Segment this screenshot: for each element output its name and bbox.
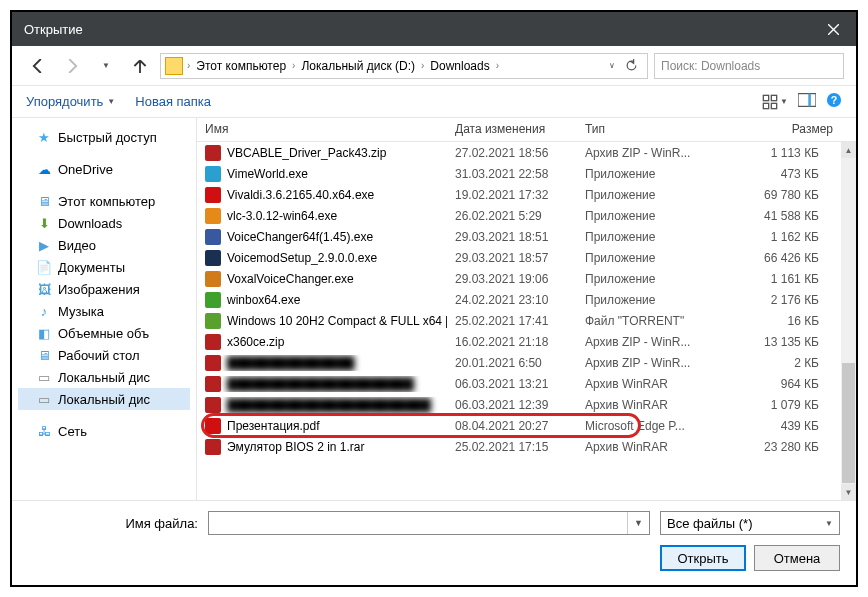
filename-dropdown[interactable]: ▼ <box>627 512 649 534</box>
star-icon: ★ <box>36 129 52 145</box>
pc-icon: 🖥 <box>36 193 52 209</box>
preview-icon <box>798 93 816 107</box>
file-name: VimeWorld.exe <box>227 167 308 181</box>
address-dropdown[interactable]: ∨ <box>609 61 615 70</box>
close-button[interactable] <box>810 12 856 46</box>
file-type: Приложение <box>577 167 727 181</box>
new-folder-button[interactable]: Новая папка <box>135 94 211 109</box>
content-pane: ★Быстрый доступ ☁OneDrive 🖥Этот компьюте… <box>12 118 856 500</box>
close-icon <box>828 24 839 35</box>
file-row[interactable]: vlc-3.0.12-win64.exe26.02.2021 5:29Прило… <box>197 205 841 226</box>
document-icon: 📄 <box>36 259 52 275</box>
breadcrumb[interactable]: Downloads <box>428 59 491 73</box>
scroll-up-button[interactable]: ▲ <box>841 142 856 158</box>
desktop-icon: 🖥 <box>36 347 52 363</box>
arrow-left-icon <box>31 59 45 73</box>
tree-video[interactable]: ▶Видео <box>18 234 190 256</box>
tree-onedrive[interactable]: ☁OneDrive <box>18 158 190 180</box>
search-placeholder: Поиск: Downloads <box>661 59 760 73</box>
file-type: Приложение <box>577 188 727 202</box>
recent-dropdown[interactable]: ▼ <box>92 52 120 80</box>
file-row[interactable]: Windows 10 20H2 Compact & FULL x64 [...2… <box>197 310 841 331</box>
file-size: 13 135 КБ <box>727 335 841 349</box>
file-name: Презентация.pdf <box>227 419 320 433</box>
help-button[interactable]: ? <box>826 92 842 111</box>
nav-tree[interactable]: ★Быстрый доступ ☁OneDrive 🖥Этот компьюте… <box>12 118 197 500</box>
organize-menu[interactable]: Упорядочить ▼ <box>26 94 115 109</box>
address-bar[interactable]: › Этот компьютер › Локальный диск (D:) ›… <box>160 53 648 79</box>
cancel-button[interactable]: Отмена <box>754 545 840 571</box>
file-row[interactable]: VoxalVoiceChanger.exe29.03.2021 19:06При… <box>197 268 841 289</box>
tree-downloads[interactable]: ⬇Downloads <box>18 212 190 234</box>
file-row[interactable]: VoicemodSetup_2.9.0.0.exe29.03.2021 18:5… <box>197 247 841 268</box>
tree-3d[interactable]: ◧Объемные объ <box>18 322 190 344</box>
file-size: 964 КБ <box>727 377 841 391</box>
file-name: Vivaldi.3.6.2165.40.x64.exe <box>227 188 374 202</box>
col-date[interactable]: Дата изменения <box>447 118 577 141</box>
file-row[interactable]: VBCABLE_Driver_Pack43.zip27.02.2021 18:5… <box>197 142 841 163</box>
file-name: winbox64.exe <box>227 293 300 307</box>
file-date: 08.04.2021 20:27 <box>447 419 577 433</box>
breadcrumb[interactable]: Этот компьютер <box>194 59 288 73</box>
file-type: Архив ZIP - WinR... <box>577 335 727 349</box>
file-name: VoicemodSetup_2.9.0.0.exe <box>227 251 377 265</box>
filename-field[interactable] <box>209 512 627 534</box>
scrollbar[interactable]: ▲ ▼ <box>841 142 856 500</box>
col-name[interactable]: Имя <box>197 118 447 141</box>
file-type: Приложение <box>577 209 727 223</box>
file-date: 29.03.2021 19:06 <box>447 272 577 286</box>
tree-disk-c[interactable]: ▭Локальный дис <box>18 366 190 388</box>
dialog-window: Открытие ▼ › Этот компьютер › Локальный … <box>10 10 858 587</box>
tree-images[interactable]: 🖼Изображения <box>18 278 190 300</box>
file-row[interactable]: ████████████████████████06.03.2021 12:39… <box>197 394 841 415</box>
file-row[interactable]: ███████████████20.01.2021 6:50Архив ZIP … <box>197 352 841 373</box>
file-name: VoiceChanger64f(1.45).exe <box>227 230 373 244</box>
col-type[interactable]: Тип <box>577 118 727 141</box>
file-row[interactable]: Эмулятор BIOS 2 in 1.rar25.02.2021 17:15… <box>197 436 841 457</box>
refresh-button[interactable] <box>619 59 643 72</box>
file-name: x360ce.zip <box>227 335 284 349</box>
scroll-down-button[interactable]: ▼ <box>841 484 856 500</box>
preview-pane-button[interactable] <box>798 93 816 110</box>
file-size: 473 КБ <box>727 167 841 181</box>
tree-music[interactable]: ♪Музыка <box>18 300 190 322</box>
scroll-thumb[interactable] <box>842 363 855 483</box>
tree-network[interactable]: 🖧Сеть <box>18 420 190 442</box>
view-menu[interactable]: ▼ <box>762 94 788 110</box>
file-row[interactable]: winbox64.exe24.02.2021 23:10Приложение2 … <box>197 289 841 310</box>
file-rows[interactable]: VBCABLE_Driver_Pack43.zip27.02.2021 18:5… <box>197 142 841 500</box>
file-type: Microsoft Edge P... <box>577 419 727 433</box>
file-row[interactable]: VimeWorld.exe31.03.2021 22:58Приложение4… <box>197 163 841 184</box>
file-name: ██████████████████████ <box>227 377 414 391</box>
column-headers[interactable]: Имя Дата изменения Тип Размер <box>197 118 856 142</box>
file-name: ███████████████ <box>227 356 355 370</box>
filetype-filter[interactable]: Все файлы (*) ▼ <box>660 511 840 535</box>
tree-disk-d[interactable]: ▭Локальный дис <box>18 388 190 410</box>
tree-desktop[interactable]: 🖥Рабочий стол <box>18 344 190 366</box>
arrow-right-icon <box>65 59 79 73</box>
search-box[interactable]: Поиск: Downloads <box>654 53 844 79</box>
svg-rect-6 <box>798 94 816 107</box>
file-row[interactable]: ██████████████████████06.03.2021 13:21Ар… <box>197 373 841 394</box>
drive-icon: ▭ <box>36 391 52 407</box>
file-row[interactable]: Презентация.pdf08.04.2021 20:27Microsoft… <box>197 415 841 436</box>
file-date: 24.02.2021 23:10 <box>447 293 577 307</box>
up-button[interactable] <box>126 52 154 80</box>
file-row[interactable]: Vivaldi.3.6.2165.40.x64.exe19.02.2021 17… <box>197 184 841 205</box>
cloud-icon: ☁ <box>36 161 52 177</box>
file-size: 66 426 КБ <box>727 251 841 265</box>
forward-button[interactable] <box>58 52 86 80</box>
file-row[interactable]: VoiceChanger64f(1.45).exe29.03.2021 18:5… <box>197 226 841 247</box>
filename-input[interactable]: ▼ <box>208 511 650 535</box>
open-button[interactable]: Открыть <box>660 545 746 571</box>
col-size[interactable]: Размер <box>727 118 856 141</box>
tree-this-pc[interactable]: 🖥Этот компьютер <box>18 190 190 212</box>
chevron-down-icon: ▼ <box>780 97 788 106</box>
back-button[interactable] <box>24 52 52 80</box>
tree-documents[interactable]: 📄Документы <box>18 256 190 278</box>
file-row[interactable]: x360ce.zip16.02.2021 21:18Архив ZIP - Wi… <box>197 331 841 352</box>
drive-icon: ▭ <box>36 369 52 385</box>
tree-quick-access[interactable]: ★Быстрый доступ <box>18 126 190 148</box>
breadcrumb[interactable]: Локальный диск (D:) <box>299 59 417 73</box>
file-date: 06.03.2021 13:21 <box>447 377 577 391</box>
